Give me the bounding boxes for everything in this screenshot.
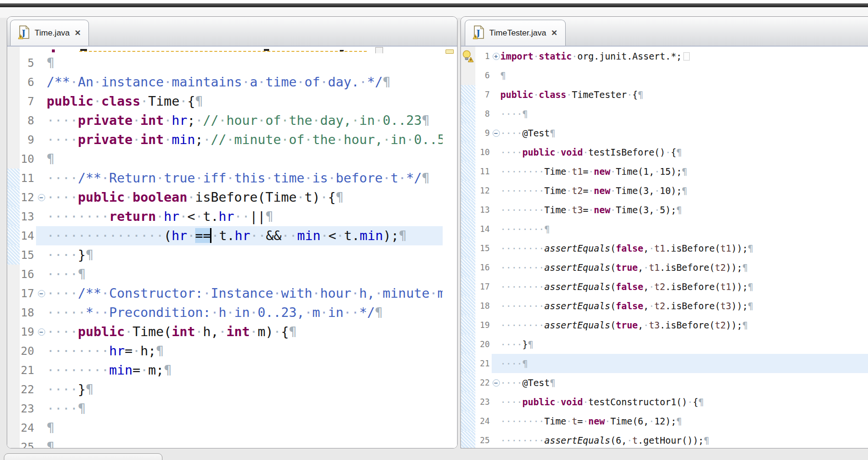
annotation-gutter[interactable] bbox=[7, 73, 20, 92]
code-line-text[interactable]: ········assertEquals(6,·t.getHour());¶ bbox=[500, 431, 868, 448]
change-indicator-bar[interactable] bbox=[461, 354, 475, 373]
line-number[interactable]: 7 bbox=[20, 92, 36, 111]
annotation-gutter[interactable] bbox=[7, 130, 20, 149]
line-number[interactable]: 17 bbox=[20, 284, 36, 303]
change-indicator-bar[interactable] bbox=[461, 181, 475, 200]
code-line-text[interactable]: ····}¶ bbox=[47, 380, 457, 399]
line-number[interactable]: 10 bbox=[475, 143, 492, 162]
code-line-text[interactable]: ········Time·t=·new·Time(6,·12);¶ bbox=[500, 412, 868, 431]
annotation-gutter[interactable] bbox=[7, 111, 20, 130]
tab-time-java[interactable]: J Time.java ✕ bbox=[10, 20, 89, 46]
code-line-text[interactable]: ········Time·t1=·new·Time(1,·15);¶ bbox=[500, 162, 868, 181]
change-indicator-bar[interactable] bbox=[461, 123, 475, 143]
line-number[interactable] bbox=[20, 47, 36, 53]
line-number[interactable]: 23 bbox=[475, 392, 492, 412]
code-line-text[interactable]: public·class·Time·{¶ bbox=[47, 92, 457, 111]
code-line-text[interactable]: ¶ bbox=[47, 418, 457, 437]
line-number[interactable]: 15 bbox=[475, 239, 492, 258]
code-line-text[interactable]: ····@Test¶ bbox=[500, 373, 868, 392]
fold-expand-icon[interactable]: + bbox=[493, 53, 500, 60]
line-number[interactable]: 1 bbox=[475, 47, 492, 66]
code-line-text[interactable]: ····/**·Return·true·iff·this·time·is·bef… bbox=[47, 169, 457, 188]
fold-collapse-icon[interactable]: − bbox=[493, 130, 500, 137]
change-indicator-bar[interactable] bbox=[461, 412, 475, 431]
change-indicator-bar[interactable] bbox=[7, 226, 20, 245]
annotation-gutter[interactable] bbox=[7, 341, 20, 361]
code-line-text[interactable]: ¶ bbox=[47, 53, 457, 73]
code-editor-time-java[interactable]: 5¶6/**·An·instance·maintains·a·time·of·d… bbox=[7, 47, 457, 448]
line-number[interactable]: 14 bbox=[20, 226, 36, 245]
annotation-gutter[interactable] bbox=[7, 53, 20, 73]
change-indicator-bar[interactable] bbox=[461, 277, 475, 296]
annotation-gutter[interactable] bbox=[7, 380, 20, 399]
change-indicator-bar[interactable] bbox=[7, 188, 20, 207]
tab-close-icon[interactable]: ✕ bbox=[74, 28, 81, 37]
annotation-gutter[interactable] bbox=[7, 399, 20, 418]
code-line-text[interactable]: ····public·boolean·isBefore(Time·t)·{¶ bbox=[47, 188, 457, 207]
fold-collapse-icon[interactable]: − bbox=[38, 290, 45, 297]
line-number[interactable]: 16 bbox=[475, 258, 492, 277]
code-line-text[interactable]: ¶ bbox=[500, 66, 868, 85]
line-number[interactable]: 25 bbox=[475, 431, 492, 448]
line-number[interactable]: 9 bbox=[475, 123, 492, 143]
line-number[interactable]: 5 bbox=[20, 53, 36, 73]
line-number[interactable]: 24 bbox=[20, 418, 36, 437]
change-indicator-bar[interactable] bbox=[461, 373, 475, 392]
annotation-gutter[interactable] bbox=[7, 303, 20, 322]
change-indicator-bar[interactable] bbox=[461, 85, 475, 104]
code-line-text[interactable]: ¶ bbox=[47, 437, 457, 448]
change-indicator-bar[interactable] bbox=[7, 207, 20, 226]
change-indicator-bar[interactable] bbox=[461, 104, 475, 123]
code-line-text[interactable]: ¶ bbox=[47, 149, 457, 169]
fold-collapse-icon[interactable]: − bbox=[38, 194, 45, 201]
minimized-view-bar[interactable] bbox=[4, 453, 162, 460]
line-number[interactable]: 22 bbox=[475, 373, 492, 392]
annotation-gutter[interactable] bbox=[7, 322, 20, 341]
code-line-text[interactable]: /**·An·instance·maintains·a·time·of·day.… bbox=[47, 73, 457, 92]
line-number[interactable]: 20 bbox=[475, 335, 492, 354]
line-number[interactable]: 7 bbox=[475, 85, 492, 104]
code-line-text[interactable]: ········min=·m;¶ bbox=[47, 361, 457, 380]
annotation-gutter[interactable] bbox=[7, 361, 20, 380]
line-number[interactable]: 19 bbox=[20, 322, 36, 341]
change-indicator-bar[interactable] bbox=[461, 162, 475, 181]
line-number[interactable]: 22 bbox=[20, 380, 36, 399]
code-line-text[interactable]: ····@Test¶ bbox=[500, 123, 868, 143]
code-editor-timetester-java[interactable]: 1+import·static·org.junit.Assert.*;6¶7pu… bbox=[461, 47, 868, 448]
annotation-gutter[interactable] bbox=[7, 265, 20, 284]
code-line-text[interactable]: ····/**·Constructor:·Instance·with·hour·… bbox=[47, 284, 457, 303]
change-indicator-bar[interactable] bbox=[461, 219, 475, 239]
line-number[interactable]: 18 bbox=[20, 303, 36, 322]
line-number[interactable]: 11 bbox=[475, 162, 492, 181]
line-number[interactable]: 23 bbox=[20, 399, 36, 418]
line-number[interactable]: 15 bbox=[20, 245, 36, 265]
code-line-text[interactable]: ········return·hr·<·t.hr··||¶ bbox=[47, 207, 457, 226]
change-indicator-bar[interactable] bbox=[461, 296, 475, 315]
line-number[interactable]: 9 bbox=[20, 130, 36, 149]
line-number[interactable]: 6 bbox=[475, 66, 492, 85]
folded-region-box[interactable] bbox=[683, 52, 690, 61]
annotation-gutter[interactable] bbox=[7, 284, 20, 303]
code-line-text[interactable]: ····¶ bbox=[500, 104, 868, 123]
annotation-gutter[interactable] bbox=[7, 92, 20, 111]
annotation-gutter[interactable] bbox=[7, 418, 20, 437]
change-indicator-bar[interactable] bbox=[461, 335, 475, 354]
code-line-text[interactable]: import·static·org.junit.Assert.*; bbox=[500, 47, 868, 66]
line-number[interactable]: 14 bbox=[475, 219, 492, 239]
code-line-text[interactable]: ····¶ bbox=[500, 354, 868, 373]
line-number[interactable]: 20 bbox=[20, 341, 36, 361]
line-number[interactable]: 8 bbox=[475, 104, 492, 123]
code-line-text[interactable]: ········assertEquals(true,·t1.isBefore(t… bbox=[500, 258, 868, 277]
code-line-text[interactable]: ········assertEquals(true,·t3.isBefore(t… bbox=[500, 315, 868, 335]
change-indicator-bar[interactable] bbox=[461, 143, 475, 162]
fold-collapse-icon[interactable]: − bbox=[38, 328, 45, 336]
code-line-text[interactable]: ····private·int·min;·//·minute·of·the·ho… bbox=[47, 130, 457, 149]
change-indicator-bar[interactable] bbox=[461, 431, 475, 448]
code-line-text[interactable]: ·····*··Precondition:·h·in·0..23,·m·in··… bbox=[47, 303, 457, 322]
code-line-text[interactable]: ····public·Time(int·h,·int·m)·{¶ bbox=[47, 322, 457, 341]
code-line-text[interactable]: public·class·TimeTester·{¶ bbox=[500, 85, 868, 104]
code-line-text[interactable]: ········Time·t2=·new·Time(3,·10);¶ bbox=[500, 181, 868, 200]
code-line-text[interactable]: ····public·void·testConstructor1()·{¶ bbox=[500, 392, 868, 412]
overview-ruler[interactable] bbox=[443, 48, 457, 448]
change-indicator-bar[interactable] bbox=[461, 258, 475, 277]
